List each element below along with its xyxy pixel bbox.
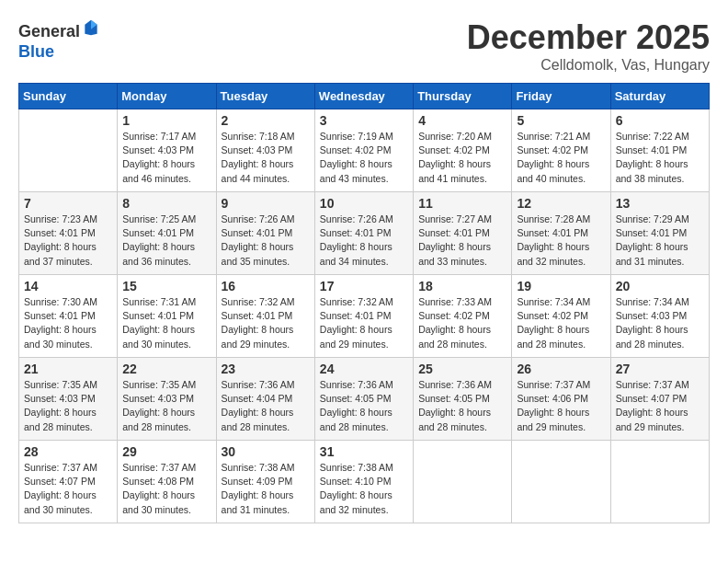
calendar-cell: 1Sunrise: 7:17 AMSunset: 4:03 PMDaylight… (118, 109, 216, 192)
day-number: 5 (517, 113, 605, 128)
column-header-friday: Friday (512, 84, 610, 109)
day-number: 23 (222, 362, 310, 376)
day-info: Sunrise: 7:20 AMSunset: 4:02 PMDaylight:… (418, 130, 506, 186)
calendar-cell: 26Sunrise: 7:37 AMSunset: 4:06 PMDayligh… (512, 358, 610, 441)
day-number: 19 (517, 279, 605, 293)
day-number: 4 (418, 113, 506, 128)
calendar-cell: 3Sunrise: 7:19 AMSunset: 4:02 PMDaylight… (314, 109, 413, 192)
day-number: 9 (222, 196, 310, 211)
calendar-cell: 27Sunrise: 7:37 AMSunset: 4:07 PMDayligh… (610, 358, 709, 441)
day-number: 26 (517, 362, 605, 376)
calendar-cell: 23Sunrise: 7:36 AMSunset: 4:04 PMDayligh… (216, 358, 314, 441)
day-info: Sunrise: 7:22 AMSunset: 4:01 PMDaylight:… (616, 130, 704, 186)
calendar-cell: 21Sunrise: 7:35 AMSunset: 4:03 PMDayligh… (19, 358, 118, 441)
logo-general: General (18, 22, 80, 40)
logo: General Blue (18, 18, 100, 62)
calendar-body: 1Sunrise: 7:17 AMSunset: 4:03 PMDaylight… (19, 109, 710, 523)
day-number: 22 (122, 362, 210, 376)
calendar-cell (19, 109, 118, 192)
column-header-monday: Monday (118, 84, 216, 109)
calendar-header-row: SundayMondayTuesdayWednesdayThursdayFrid… (19, 84, 710, 109)
calendar-cell: 5Sunrise: 7:21 AMSunset: 4:02 PMDaylight… (512, 109, 610, 192)
calendar-cell: 12Sunrise: 7:28 AMSunset: 4:01 PMDayligh… (512, 192, 610, 275)
day-info: Sunrise: 7:27 AMSunset: 4:01 PMDaylight:… (418, 213, 506, 269)
calendar-cell: 22Sunrise: 7:35 AMSunset: 4:03 PMDayligh… (118, 358, 216, 441)
calendar-cell: 8Sunrise: 7:25 AMSunset: 4:01 PMDaylight… (118, 192, 216, 275)
day-info: Sunrise: 7:37 AMSunset: 4:07 PMDaylight:… (24, 461, 112, 517)
calendar-cell: 10Sunrise: 7:26 AMSunset: 4:01 PMDayligh… (314, 192, 413, 275)
day-number: 13 (616, 196, 704, 211)
day-info: Sunrise: 7:36 AMSunset: 4:05 PMDaylight:… (418, 378, 506, 434)
day-number: 7 (24, 196, 112, 211)
day-info: Sunrise: 7:37 AMSunset: 4:08 PMDaylight:… (122, 461, 210, 517)
calendar-cell: 6Sunrise: 7:22 AMSunset: 4:01 PMDaylight… (610, 109, 709, 192)
calendar-cell: 18Sunrise: 7:33 AMSunset: 4:02 PMDayligh… (414, 275, 512, 358)
calendar-cell: 16Sunrise: 7:32 AMSunset: 4:01 PMDayligh… (216, 275, 314, 358)
calendar-cell: 7Sunrise: 7:23 AMSunset: 4:01 PMDaylight… (19, 192, 118, 275)
calendar-cell: 24Sunrise: 7:36 AMSunset: 4:05 PMDayligh… (314, 358, 413, 441)
day-number: 3 (320, 113, 408, 128)
day-info: Sunrise: 7:36 AMSunset: 4:04 PMDaylight:… (222, 378, 310, 434)
calendar-cell: 20Sunrise: 7:34 AMSunset: 4:03 PMDayligh… (610, 275, 709, 358)
day-info: Sunrise: 7:38 AMSunset: 4:09 PMDaylight:… (222, 461, 310, 517)
calendar-cell: 14Sunrise: 7:30 AMSunset: 4:01 PMDayligh… (19, 275, 118, 358)
calendar-week-5: 28Sunrise: 7:37 AMSunset: 4:07 PMDayligh… (19, 441, 710, 523)
month-title: December 2025 (467, 18, 710, 57)
day-info: Sunrise: 7:17 AMSunset: 4:03 PMDaylight:… (122, 130, 210, 186)
day-info: Sunrise: 7:33 AMSunset: 4:02 PMDaylight:… (418, 295, 506, 351)
calendar-week-4: 21Sunrise: 7:35 AMSunset: 4:03 PMDayligh… (19, 358, 710, 441)
location-title: Celldomolk, Vas, Hungary (467, 57, 710, 74)
day-number: 11 (418, 196, 506, 211)
calendar-table: SundayMondayTuesdayWednesdayThursdayFrid… (18, 83, 710, 523)
day-number: 18 (418, 279, 506, 293)
day-number: 27 (616, 362, 704, 376)
day-info: Sunrise: 7:32 AMSunset: 4:01 PMDaylight:… (320, 295, 408, 351)
day-number: 20 (616, 279, 704, 293)
column-header-thursday: Thursday (414, 84, 512, 109)
day-number: 10 (320, 196, 408, 211)
column-header-sunday: Sunday (19, 84, 118, 109)
day-number: 29 (122, 444, 210, 459)
column-header-saturday: Saturday (610, 84, 709, 109)
day-info: Sunrise: 7:36 AMSunset: 4:05 PMDaylight:… (320, 378, 408, 434)
calendar-cell: 30Sunrise: 7:38 AMSunset: 4:09 PMDayligh… (216, 441, 314, 523)
calendar-cell: 2Sunrise: 7:18 AMSunset: 4:03 PMDaylight… (216, 109, 314, 192)
day-info: Sunrise: 7:34 AMSunset: 4:03 PMDaylight:… (616, 295, 704, 351)
calendar-cell: 11Sunrise: 7:27 AMSunset: 4:01 PMDayligh… (414, 192, 512, 275)
day-number: 15 (122, 279, 210, 293)
page-header: General Blue December 2025 Celldomolk, V… (18, 18, 710, 74)
calendar-cell: 13Sunrise: 7:29 AMSunset: 4:01 PMDayligh… (610, 192, 709, 275)
day-number: 30 (222, 444, 310, 459)
calendar-week-3: 14Sunrise: 7:30 AMSunset: 4:01 PMDayligh… (19, 275, 710, 358)
calendar-cell: 19Sunrise: 7:34 AMSunset: 4:02 PMDayligh… (512, 275, 610, 358)
day-number: 14 (24, 279, 112, 293)
calendar-cell: 9Sunrise: 7:26 AMSunset: 4:01 PMDaylight… (216, 192, 314, 275)
day-number: 24 (320, 362, 408, 376)
day-number: 6 (616, 113, 704, 128)
day-info: Sunrise: 7:32 AMSunset: 4:01 PMDaylight:… (222, 295, 310, 351)
day-info: Sunrise: 7:35 AMSunset: 4:03 PMDaylight:… (122, 378, 210, 434)
day-number: 31 (320, 444, 408, 459)
day-number: 16 (222, 279, 310, 293)
day-info: Sunrise: 7:37 AMSunset: 4:07 PMDaylight:… (616, 378, 704, 434)
column-header-wednesday: Wednesday (314, 84, 413, 109)
logo-blue: Blue (18, 42, 54, 61)
day-number: 1 (122, 113, 210, 128)
day-number: 28 (24, 444, 112, 459)
calendar-week-1: 1Sunrise: 7:17 AMSunset: 4:03 PMDaylight… (19, 109, 710, 192)
day-info: Sunrise: 7:29 AMSunset: 4:01 PMDaylight:… (616, 213, 704, 269)
calendar-cell: 31Sunrise: 7:38 AMSunset: 4:10 PMDayligh… (314, 441, 413, 523)
calendar-cell: 15Sunrise: 7:31 AMSunset: 4:01 PMDayligh… (118, 275, 216, 358)
calendar-cell (414, 441, 512, 523)
calendar-cell: 17Sunrise: 7:32 AMSunset: 4:01 PMDayligh… (314, 275, 413, 358)
day-info: Sunrise: 7:19 AMSunset: 4:02 PMDaylight:… (320, 130, 408, 186)
day-info: Sunrise: 7:34 AMSunset: 4:02 PMDaylight:… (517, 295, 605, 351)
day-number: 8 (122, 196, 210, 211)
day-info: Sunrise: 7:37 AMSunset: 4:06 PMDaylight:… (517, 378, 605, 434)
calendar-cell: 29Sunrise: 7:37 AMSunset: 4:08 PMDayligh… (118, 441, 216, 523)
calendar-cell: 25Sunrise: 7:36 AMSunset: 4:05 PMDayligh… (414, 358, 512, 441)
day-number: 12 (517, 196, 605, 211)
day-info: Sunrise: 7:18 AMSunset: 4:03 PMDaylight:… (222, 130, 310, 186)
day-info: Sunrise: 7:38 AMSunset: 4:10 PMDaylight:… (320, 461, 408, 517)
calendar-cell (610, 441, 709, 523)
